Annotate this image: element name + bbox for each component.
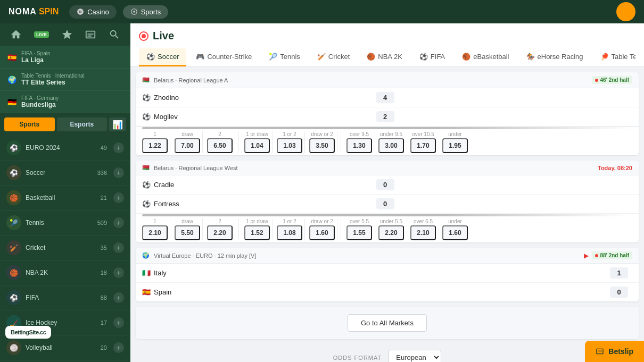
featured-item-info: FIFA · Spain La Liga bbox=[21, 50, 50, 64]
live-tab-counter-strike[interactable]: 🎮 Counter-Strike bbox=[188, 48, 259, 66]
featured-item-ttinternational[interactable]: 🌍 Table Tennis · International TT Elite … bbox=[0, 69, 130, 91]
live-tab-table-tennis[interactable]: 🏓 Table Tennis bbox=[593, 48, 635, 66]
esports-tab-button[interactable]: Esports bbox=[57, 117, 108, 131]
team-name: Zhodino bbox=[154, 94, 179, 102]
odds-button[interactable]: 1.22 bbox=[142, 138, 168, 153]
sport-count: 18 bbox=[101, 270, 107, 276]
sidebar-sport-item-basketball[interactable]: 🏀 Basketball 21 + bbox=[0, 186, 130, 211]
odds-button[interactable]: 1.55 bbox=[346, 225, 372, 240]
sport-add-button[interactable]: + bbox=[113, 217, 124, 228]
sport-add-button[interactable]: + bbox=[113, 242, 124, 253]
featured-item-laliga[interactable]: 🇪🇸 FIFA · Spain La Liga bbox=[0, 46, 130, 69]
sidebar-sport-item-volleyball[interactable]: 🏐 Volleyball 20 + bbox=[0, 335, 130, 360]
sport-icon: 🏀 bbox=[6, 265, 21, 280]
odds-button[interactable]: 1.60 bbox=[442, 225, 468, 240]
odds-col-label: under 5.5 bbox=[380, 218, 402, 224]
sport-add-button[interactable]: + bbox=[113, 142, 124, 153]
watermark-text: BettingSite.cc bbox=[11, 329, 46, 335]
tab-label: FIFA bbox=[431, 53, 445, 61]
odds-button[interactable]: 1.08 bbox=[277, 225, 302, 240]
sports-nav-button[interactable]: Sports bbox=[123, 5, 169, 19]
live-tab-ebasketball[interactable]: 🏀 eBasketball bbox=[455, 48, 516, 66]
sport-add-button[interactable]: + bbox=[113, 342, 124, 353]
odds-col: 2 6.50 bbox=[205, 131, 235, 153]
tab-icon: 🏇 bbox=[526, 53, 535, 61]
tab-label: Table Tennis bbox=[612, 53, 635, 61]
sport-label: Cricket bbox=[26, 244, 96, 251]
match-header: 🇧🇾 Belarus · Regional League A 46' 2nd h… bbox=[136, 72, 639, 88]
home-icon-button[interactable] bbox=[10, 29, 22, 40]
odds-button[interactable]: 7.00 bbox=[175, 138, 200, 153]
scroll-bar bbox=[142, 127, 632, 129]
sport-label: EURO 2024 bbox=[26, 144, 96, 151]
match-header: 🌍 Virtual Europe · EURO · 12 min play [V… bbox=[136, 248, 639, 264]
sport-add-button[interactable]: + bbox=[113, 167, 124, 178]
sidebar-sport-item-tennis[interactable]: 🎾 Tennis 509 + bbox=[0, 211, 130, 235]
odds-button[interactable]: 2.10 bbox=[142, 225, 168, 240]
chart-icon-button[interactable]: 📊 bbox=[109, 117, 126, 131]
team-name: Mogilev bbox=[154, 113, 178, 121]
live-title-text: Live bbox=[153, 30, 174, 42]
betslip-button[interactable]: Betslip bbox=[585, 341, 644, 362]
odds-button[interactable]: 1.95 bbox=[442, 138, 468, 153]
scroll-bar bbox=[142, 214, 632, 216]
odds-button[interactable]: 1.70 bbox=[410, 138, 436, 153]
tab-label: Soccer bbox=[158, 53, 179, 61]
league-flag: 🌍 bbox=[142, 252, 150, 259]
casino-nav-button[interactable]: Casino bbox=[69, 5, 116, 19]
flag-tt: 🌍 bbox=[6, 76, 17, 83]
odds-col-label: under bbox=[448, 131, 462, 137]
match-row: ⚽ Zhodino 4 bbox=[136, 88, 639, 107]
star-icon-button[interactable] bbox=[61, 29, 73, 40]
odds-button[interactable]: 6.50 bbox=[207, 138, 233, 153]
sport-add-button[interactable]: + bbox=[113, 192, 124, 203]
sport-add-button[interactable]: + bbox=[113, 292, 124, 303]
odds-button[interactable]: 3.50 bbox=[309, 138, 335, 153]
live-badge: LIVE bbox=[34, 31, 49, 38]
search-icon-button[interactable] bbox=[109, 29, 120, 40]
live-tab-cricket[interactable]: 🏏 Cricket bbox=[310, 48, 357, 66]
odds-col: under 9.5 3.00 bbox=[376, 131, 406, 153]
live-tab-nba-2k[interactable]: 🏀 NBA 2K bbox=[359, 48, 410, 66]
odds-button[interactable]: 2.10 bbox=[410, 225, 436, 240]
odds-button[interactable]: 1.52 bbox=[244, 225, 270, 240]
sidebar-sport-item-euro-2024[interactable]: ⚽ EURO 2024 49 + bbox=[0, 136, 130, 161]
odds-col: 2 2.20 bbox=[205, 218, 235, 240]
live-tab-ehorse-racing[interactable]: 🏇 eHorse Racing bbox=[519, 48, 591, 66]
sport-add-button[interactable]: + bbox=[113, 267, 124, 278]
team-name: Fortress bbox=[154, 200, 179, 208]
live-tab-soccer[interactable]: ⚽ Soccer bbox=[139, 48, 186, 66]
odds-button[interactable]: 2.20 bbox=[207, 225, 233, 240]
logo: NOMA SPIN bbox=[9, 7, 59, 16]
odds-button[interactable]: 3.00 bbox=[378, 138, 404, 153]
featured-sub: FIFA · Germany bbox=[21, 95, 59, 101]
featured-item-bundesliga[interactable]: 🇩🇪 FIFA · Germany Bundesliga bbox=[0, 91, 130, 113]
odds-col-label: over 6.5 bbox=[414, 218, 433, 224]
sport-add-button[interactable]: + bbox=[113, 317, 124, 328]
odds-button[interactable]: 1.60 bbox=[309, 225, 335, 240]
match-row: ⚽ Cradle 0 bbox=[136, 175, 639, 195]
odds-button[interactable]: 1.04 bbox=[244, 138, 270, 153]
odds-button[interactable]: 1.03 bbox=[277, 138, 302, 153]
odds-col-label: 2 bbox=[218, 131, 221, 137]
sidebar-sport-item-fifa[interactable]: ⚽ FIFA 88 + bbox=[0, 285, 130, 310]
odds-button[interactable]: 1.30 bbox=[346, 138, 372, 153]
odds-button[interactable]: 5.50 bbox=[175, 225, 200, 240]
odds-col-label: 1 or draw bbox=[246, 131, 268, 137]
live-tab-fifa[interactable]: ⚽ FIFA bbox=[412, 48, 452, 66]
sidebar-sport-item-soccer[interactable]: ⚽ Soccer 336 + bbox=[0, 161, 130, 186]
sports-tab-button[interactable]: Sports bbox=[4, 117, 55, 131]
video-icon: ▶ bbox=[584, 252, 589, 259]
sidebar-sport-item-cricket[interactable]: 🏏 Cricket 35 + bbox=[0, 235, 130, 260]
odds-format-select[interactable]: European Decimal Fractional American bbox=[388, 350, 441, 362]
odds-button[interactable]: 2.20 bbox=[378, 225, 404, 240]
sidebar-sport-item-nba-2k[interactable]: 🏀 NBA 2K 18 + bbox=[0, 260, 130, 285]
coupon-icon-button[interactable] bbox=[85, 29, 96, 40]
live-icon-button[interactable]: LIVE bbox=[34, 31, 49, 38]
tab-icon: ⚽ bbox=[419, 53, 428, 61]
go-all-markets-button[interactable]: Go to All Markets bbox=[348, 314, 427, 332]
flag-germany: 🇩🇪 bbox=[6, 98, 17, 106]
live-tab-tennis[interactable]: 🎾 Tennis bbox=[261, 48, 308, 66]
user-avatar[interactable] bbox=[616, 2, 635, 21]
tab-icon: 🎮 bbox=[196, 53, 204, 61]
